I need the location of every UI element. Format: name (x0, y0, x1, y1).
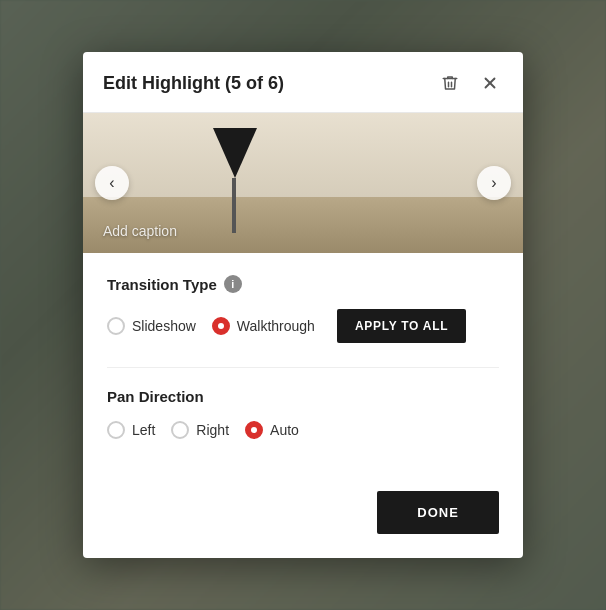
modal-footer: DONE (83, 491, 523, 558)
walkthrough-option[interactable]: Walkthrough (212, 317, 315, 335)
header-actions (437, 70, 503, 96)
right-option[interactable]: Right (171, 421, 229, 439)
caption-placeholder: Add caption (103, 223, 177, 239)
highlight-image-area: ‹ › Add caption (83, 113, 523, 253)
delete-button[interactable] (437, 70, 463, 96)
room-wall (83, 113, 523, 204)
slideshow-radio[interactable] (107, 317, 125, 335)
close-button[interactable] (477, 70, 503, 96)
pan-direction-section-label: Pan Direction (107, 388, 499, 405)
chevron-right-icon: › (491, 174, 496, 192)
lamp-shade (213, 128, 257, 178)
prev-image-button[interactable]: ‹ (95, 166, 129, 200)
pan-direction-label: Pan Direction (107, 388, 204, 405)
pan-direction-radio-group: Left Right Auto (107, 421, 499, 439)
right-radio[interactable] (171, 421, 189, 439)
left-radio[interactable] (107, 421, 125, 439)
apply-to-all-button[interactable]: APPLY TO ALL (337, 309, 466, 343)
modal-body: Transition Type i Slideshow Walkthrough … (83, 253, 523, 491)
walkthrough-radio[interactable] (212, 317, 230, 335)
chevron-left-icon: ‹ (109, 174, 114, 192)
transition-type-label: Transition Type (107, 276, 217, 293)
edit-highlight-modal: Edit Highlight (5 of 6) (83, 52, 523, 558)
section-divider (107, 367, 499, 368)
modal-header: Edit Highlight (5 of 6) (83, 52, 523, 113)
auto-label: Auto (270, 422, 299, 438)
close-icon (481, 74, 499, 92)
info-icon[interactable]: i (224, 275, 242, 293)
left-label: Left (132, 422, 155, 438)
done-button[interactable]: DONE (377, 491, 499, 534)
transition-type-radio-group: Slideshow Walkthrough APPLY TO ALL (107, 309, 499, 343)
auto-radio[interactable] (245, 421, 263, 439)
modal-title: Edit Highlight (5 of 6) (103, 73, 284, 94)
next-image-button[interactable]: › (477, 166, 511, 200)
auto-option[interactable]: Auto (245, 421, 299, 439)
trash-icon (441, 74, 459, 92)
left-option[interactable]: Left (107, 421, 155, 439)
slideshow-label: Slideshow (132, 318, 196, 334)
slideshow-option[interactable]: Slideshow (107, 317, 196, 335)
lamp-pole (232, 178, 236, 233)
walkthrough-label: Walkthrough (237, 318, 315, 334)
right-label: Right (196, 422, 229, 438)
transition-type-section-label: Transition Type i (107, 275, 499, 293)
